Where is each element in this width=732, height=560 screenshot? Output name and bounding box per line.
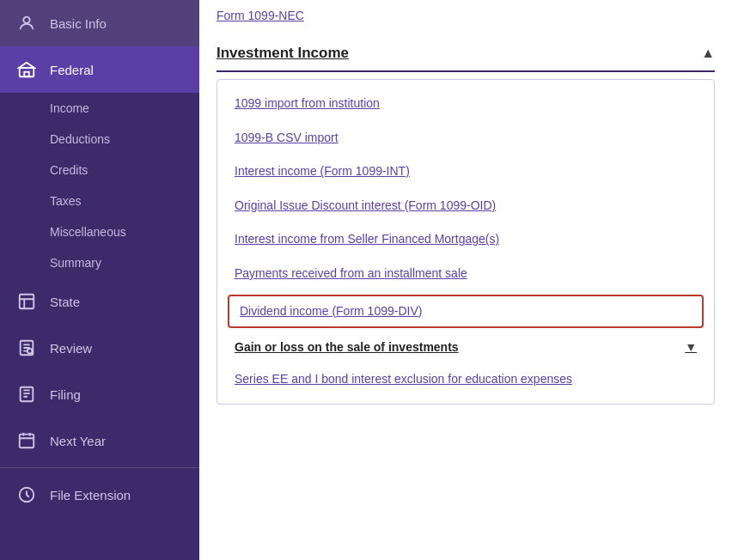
sidebar-item-label: Review — [50, 341, 92, 356]
sidebar-sub-income[interactable]: Income — [0, 93, 199, 124]
sidebar-sub-miscellaneous[interactable]: Miscellaneous — [0, 216, 199, 247]
original-issue-link[interactable]: Original Issue Discount interest (Form 1… — [217, 189, 714, 223]
investment-income-header: Investment Income ▲ — [217, 34, 715, 72]
dividend-income-link[interactable]: Dividend income (Form 1099-DIV) — [228, 295, 704, 329]
gain-loss-section[interactable]: Gain or loss on the sale of investments … — [217, 332, 714, 362]
sidebar-item-filing[interactable]: Filing — [0, 371, 199, 417]
svg-point-0 — [23, 17, 29, 23]
sidebar-sub-credits[interactable]: Credits — [0, 155, 199, 186]
main-content: Form 1099-NEC Investment Income ▲ 1099 i… — [199, 0, 732, 560]
person-icon — [15, 12, 38, 34]
investment-income-panel: 1099 import from institution 1099-B CSV … — [217, 79, 715, 405]
state-icon — [15, 290, 38, 313]
csv-import-link[interactable]: 1099-B CSV import — [217, 121, 714, 155]
sidebar-item-label: Filing — [50, 387, 81, 402]
investment-income-collapse-icon[interactable]: ▲ — [701, 46, 715, 61]
file-ext-icon — [15, 484, 38, 506]
sidebar-item-label: Basic Info — [50, 16, 107, 31]
review-icon — [15, 337, 38, 359]
import-institution-link[interactable]: 1099 import from institution — [217, 87, 714, 121]
gain-loss-expand-icon[interactable]: ▼ — [685, 340, 697, 354]
filing-icon — [15, 383, 38, 405]
sidebar-sub-summary[interactable]: Summary — [0, 247, 199, 278]
form-1099-nec-link[interactable]: Form 1099-NEC — [217, 0, 715, 34]
building-icon — [15, 58, 38, 81]
seller-financed-link[interactable]: Interest income from Seller Financed Mor… — [217, 222, 714, 257]
sidebar-item-federal[interactable]: Federal — [0, 46, 199, 93]
calendar-icon — [15, 429, 38, 452]
sidebar-sub-deductions[interactable]: Deductions — [0, 124, 199, 155]
sidebar-item-next-year[interactable]: Next Year — [0, 417, 199, 464]
interest-1099-int-link[interactable]: Interest income (Form 1099-INT) — [217, 155, 714, 189]
svg-rect-7 — [20, 435, 34, 448]
svg-rect-3 — [20, 295, 34, 309]
sidebar-item-basic-info[interactable]: Basic Info — [0, 0, 199, 46]
sidebar-item-label: State — [50, 295, 80, 309]
sidebar-item-review[interactable]: Review — [0, 325, 199, 371]
svg-point-5 — [27, 349, 32, 354]
investment-income-title[interactable]: Investment Income — [217, 45, 349, 62]
sidebar-divider — [0, 467, 199, 468]
sidebar-item-state[interactable]: State — [0, 278, 199, 325]
sidebar-item-file-extension[interactable]: File Extension — [0, 472, 199, 518]
sidebar: Basic Info Federal Income Deductions Cre… — [0, 0, 199, 560]
gain-loss-title[interactable]: Gain or loss on the sale of investments … — [235, 340, 697, 354]
series-ee-link[interactable]: Series EE and I bond interest exclusion … — [217, 362, 714, 397]
sidebar-item-label: File Extension — [50, 488, 131, 502]
sidebar-sub-taxes[interactable]: Taxes — [0, 186, 199, 216]
svg-rect-2 — [24, 72, 29, 77]
installment-sale-link[interactable]: Payments received from an installment sa… — [217, 257, 714, 291]
sidebar-item-label: Federal — [50, 63, 94, 77]
sidebar-item-label: Next Year — [50, 434, 106, 448]
